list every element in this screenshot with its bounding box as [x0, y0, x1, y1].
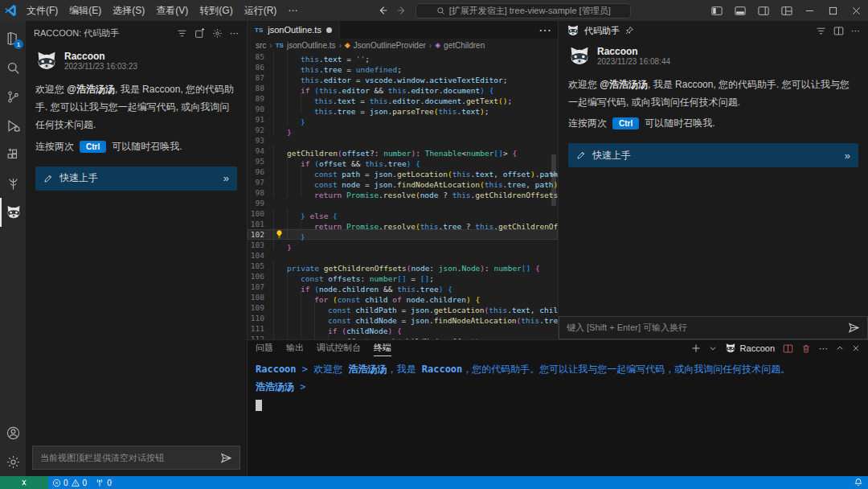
send-icon[interactable] — [848, 323, 860, 333]
split-terminal-icon[interactable] — [783, 343, 793, 354]
toggle-panel-icon[interactable] — [728, 0, 751, 21]
code-line: 93 — [248, 135, 558, 146]
breadcrumb-separator: › — [429, 41, 432, 50]
close-panel-icon[interactable] — [852, 344, 860, 352]
extensions-icon[interactable] — [0, 140, 26, 169]
editor-scrollbar[interactable] — [550, 51, 558, 339]
menu-item[interactable]: 运行(R) — [239, 0, 283, 21]
terminal-dropdown-icon[interactable] — [709, 344, 717, 352]
panel-tab-inactive[interactable]: 输出 — [286, 340, 304, 356]
nav-forward-icon[interactable] — [396, 5, 407, 16]
panel-more-icon[interactable]: ⋯ — [819, 343, 828, 354]
customize-layout-icon[interactable] — [775, 0, 798, 21]
menu-item[interactable]: 文件(F) — [21, 0, 63, 21]
more-actions-icon[interactable]: ⋯ — [230, 28, 239, 39]
panel-more-icon[interactable]: ⋯ — [851, 26, 860, 36]
assistant-name: Raccoon — [64, 51, 137, 62]
bottom-panel: 问题输出调试控制台终端 Raccoon ⋯ — [248, 339, 868, 476]
menu-item[interactable]: 转到(G) — [194, 0, 238, 21]
split-editor-icon[interactable] — [833, 26, 844, 36]
editor-content[interactable]: 85this.text = '';86this.tree = undefined… — [248, 51, 558, 339]
pen-icon — [43, 174, 53, 183]
menu-item[interactable]: 编辑(E) — [63, 0, 107, 21]
line-number: 88 — [248, 83, 273, 93]
kill-terminal-trash-icon[interactable] — [801, 343, 811, 354]
maximize-button[interactable] — [821, 0, 845, 21]
account-icon[interactable] — [0, 418, 26, 447]
vscode-window: 文件(F)编辑(E)选择(S)查看(V)转到(G)运行(R)⋯ [扩展开发宿主]… — [0, 0, 868, 489]
tab-label: jsonOutline.ts — [268, 25, 321, 35]
dirty-dot-icon[interactable] — [326, 27, 332, 33]
code-line: 94getChildren(offset?: number): Thenable… — [248, 146, 558, 156]
panel-filter-lines-icon[interactable] — [816, 26, 826, 36]
nav-back-icon[interactable] — [377, 5, 388, 16]
line-number: 101 — [248, 219, 273, 229]
user-mention: @浩浩汤汤 — [67, 84, 115, 95]
command-center-search[interactable]: [扩展开发宿主] tree-view-sample [管理员] — [416, 3, 631, 18]
close-button[interactable] — [845, 0, 868, 21]
right-panel-chat-input[interactable]: 键入 [Shift + Enter] 可输入换行 — [559, 316, 868, 339]
line-number: 105 — [248, 261, 273, 271]
menu-item[interactable]: 查看(V) — [150, 0, 194, 21]
line-number: 100 — [248, 208, 273, 219]
search-view-icon[interactable] — [0, 53, 26, 82]
raccoon-icon — [725, 343, 736, 354]
code-line: 92} — [248, 125, 558, 135]
source-control-icon[interactable] — [0, 82, 26, 111]
window-title: [扩展开发宿主] tree-view-sample [管理员] — [449, 5, 611, 17]
sidebar-chat-input[interactable]: 当前视图顶栏提供清空对话按钮 — [32, 446, 240, 470]
panel-tab-active[interactable]: 终端 — [374, 340, 391, 356]
line-number: 94 — [248, 146, 273, 156]
settings-gear-icon[interactable] — [0, 447, 26, 476]
quick-start-button[interactable]: 快速上手 » — [35, 166, 237, 191]
pin-icon[interactable] — [624, 26, 634, 35]
minimize-button[interactable] — [798, 0, 821, 21]
right-panel-tab-label[interactable]: 代码助手 — [584, 25, 620, 37]
raccoon-avatar — [35, 50, 58, 72]
breadcrumb-item[interactable]: getChildren — [444, 41, 485, 50]
new-chat-icon[interactable] — [194, 28, 205, 39]
editor-more-actions-icon[interactable]: ⋯ — [538, 23, 558, 38]
notifications-bell-icon[interactable] — [854, 478, 863, 487]
terminal-content[interactable]: Raccoon > 欢迎您 浩浩汤汤，我是 Raccoon，您的代码助手。您可以… — [248, 356, 868, 415]
chevron-double-right-icon: » — [223, 172, 229, 184]
breadcrumb-item[interactable]: src — [256, 41, 266, 50]
terminal-tab-raccoon[interactable]: Raccoon — [725, 343, 775, 354]
explorer-icon[interactable]: 1 — [0, 24, 26, 53]
sidebar-gear-icon[interactable] — [212, 28, 223, 39]
filter-lines-icon[interactable] — [177, 28, 187, 39]
raccoon-view-icon[interactable] — [0, 198, 26, 227]
maximize-panel-icon[interactable] — [836, 344, 844, 352]
menu-item[interactable]: ⋯ — [282, 0, 303, 21]
symbol-class-icon: ◆ — [345, 41, 350, 49]
tab-jsonoutline[interactable]: TS jsonOutline.ts — [248, 21, 340, 39]
new-terminal-icon[interactable] — [691, 343, 701, 353]
problems-status[interactable]: 0 0 — [48, 476, 91, 489]
breadcrumb-item[interactable]: jsonOutline.ts — [287, 41, 336, 50]
run-debug-icon[interactable] — [0, 111, 26, 140]
activity-bar: 1 — [0, 21, 26, 476]
line-number: 98 — [248, 187, 273, 198]
message-timestamp: 2023/11/23 16:08:44 — [597, 57, 670, 67]
send-icon[interactable] — [220, 453, 232, 463]
panel-tab-inactive[interactable]: 调试控制台 — [317, 340, 361, 356]
toggle-secondary-sidebar-icon[interactable] — [751, 0, 775, 21]
code-line: 85this.text = ''; — [248, 51, 558, 62]
line-number: 86 — [248, 62, 273, 72]
lightbulb-icon[interactable] — [275, 229, 284, 240]
line-number: 108 — [248, 292, 273, 302]
line-number: 102 — [248, 229, 273, 240]
tree-view-icon[interactable] — [0, 169, 26, 198]
welcome-message: 欢迎您 @浩浩汤汤, 我是 Raccoon, 您的代码助手. 您可以让我与您一起… — [35, 80, 237, 134]
menu-item[interactable]: 选择(S) — [107, 0, 150, 21]
code-line: 97const node = json.findNodeAtLocation(t… — [248, 177, 558, 187]
code-line: 86this.tree = undefined; — [248, 62, 558, 72]
quick-start-button[interactable]: 快速上手 » — [568, 143, 858, 167]
toggle-sidebar-icon[interactable] — [705, 0, 728, 21]
editor-tab-bar: TS jsonOutline.ts ⋯ — [248, 21, 558, 39]
remote-indicator[interactable] — [0, 476, 48, 489]
panel-tab-inactive[interactable]: 问题 — [256, 340, 273, 356]
breadcrumb-item[interactable]: JsonOutlineProvider — [354, 41, 426, 50]
shortcut-hint: 连按两次 Ctrl 可以随时召唤我. — [35, 140, 237, 154]
ports-status[interactable]: 0 — [91, 476, 116, 489]
